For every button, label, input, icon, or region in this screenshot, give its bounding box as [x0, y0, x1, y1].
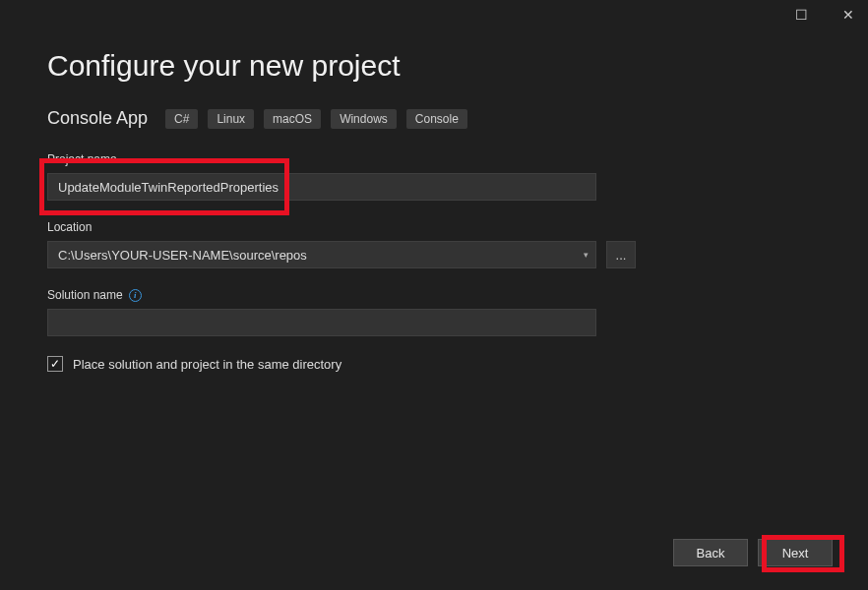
subtitle-row: Console App C# Linux macOS Windows Conso…: [47, 108, 821, 129]
solution-name-input[interactable]: [47, 309, 596, 336]
titlebar: ☐ ✕: [0, 0, 868, 30]
tag-macos: macOS: [264, 109, 321, 129]
tag-linux: Linux: [208, 109, 254, 129]
tag-csharp: C#: [165, 109, 198, 129]
back-button[interactable]: Back: [673, 539, 748, 566]
content-area: Configure your new project Console App C…: [0, 30, 868, 372]
location-label: Location: [47, 220, 821, 234]
page-title: Configure your new project: [47, 49, 821, 83]
project-template-name: Console App: [47, 108, 148, 129]
maximize-icon[interactable]: ☐: [787, 4, 815, 26]
close-icon[interactable]: ✕: [835, 4, 862, 26]
solution-name-label-text: Solution name: [47, 288, 123, 302]
project-name-label: Project name: [47, 152, 821, 166]
location-input[interactable]: [47, 241, 596, 268]
location-group: Location ▾ ...: [47, 220, 821, 268]
info-icon[interactable]: i: [129, 289, 142, 302]
tag-windows: Windows: [331, 109, 397, 129]
project-name-group: Project name: [47, 152, 821, 201]
footer-buttons: Back Next: [673, 539, 833, 566]
solution-name-group: Solution name i: [47, 288, 821, 336]
project-name-input[interactable]: [47, 173, 596, 201]
browse-button[interactable]: ...: [606, 241, 636, 268]
tag-console: Console: [406, 109, 467, 129]
same-directory-label: Place solution and project in the same d…: [73, 357, 341, 372]
same-directory-checkbox[interactable]: ✓: [47, 356, 63, 372]
next-button[interactable]: Next: [758, 539, 833, 566]
same-directory-row: ✓ Place solution and project in the same…: [47, 356, 821, 372]
solution-name-label: Solution name i: [47, 288, 821, 302]
